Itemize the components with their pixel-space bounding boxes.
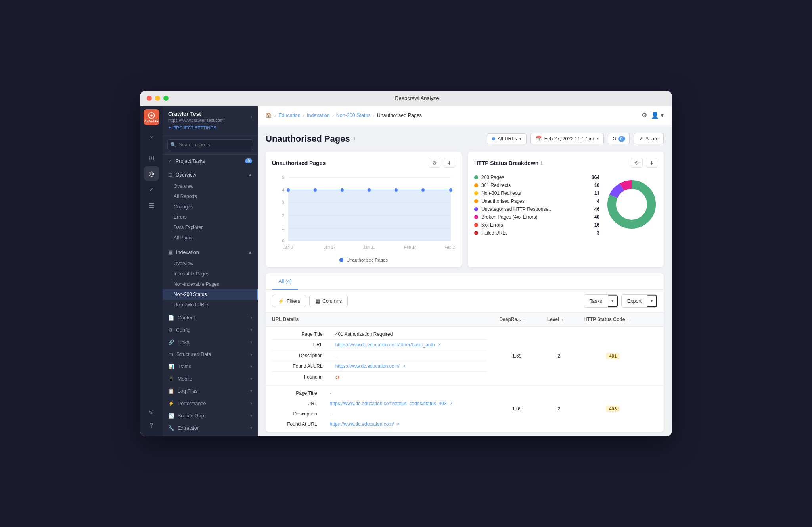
deepra-sort-icon[interactable]: ↑↓ — [523, 318, 527, 322]
rail-question-icon[interactable]: ? — [144, 419, 159, 433]
search-input[interactable] — [167, 139, 253, 150]
row2-url-link[interactable]: https://www.dc.education.com/status_code… — [330, 401, 447, 406]
page-title-info-icon[interactable]: ℹ — [353, 136, 355, 142]
tab-all[interactable]: All (4) — [272, 273, 298, 290]
donut-chart-download-button[interactable]: ⬇ — [646, 158, 657, 168]
row1-ext-link-icon[interactable]: ↗ — [437, 343, 440, 347]
donut-chart-title: HTTP Status Breakdown ℹ — [474, 160, 543, 166]
overview-grid-icon: ⊞ — [168, 172, 172, 178]
mobile-label: Mobile — [178, 376, 192, 382]
breadcrumb-current: Unauthorised Pages — [377, 113, 422, 118]
row2-found-at-link[interactable]: https://www.dc.education.com/ — [330, 421, 394, 427]
export-main-button[interactable]: Export — [622, 295, 647, 307]
breadcrumb-education[interactable]: Education — [278, 113, 301, 118]
sidebar-item-extraction[interactable]: 🔧 Extraction ▾ — [163, 422, 258, 434]
sidebar-item-changes[interactable]: Changes — [163, 202, 258, 212]
rail-chevron-down-icon[interactable]: ⌄ — [144, 128, 159, 142]
minimize-button[interactable] — [155, 96, 160, 101]
close-button[interactable] — [147, 96, 152, 101]
line-chart-svg: 5 4 3 2 1 0 — [272, 173, 455, 253]
rail-chart-icon[interactable]: ◎ — [144, 166, 159, 181]
row2-found-at-ext-icon[interactable]: ↗ — [396, 422, 400, 427]
project-settings-link[interactable]: ✦ PROJECT SETTINGS — [168, 125, 252, 130]
maximize-button[interactable] — [163, 96, 169, 101]
refresh-button[interactable]: ↻ 0 — [608, 133, 630, 144]
row1-found-at-link[interactable]: https://www.dc.education.com/ — [335, 364, 400, 369]
export-split-button[interactable]: Export ▾ — [621, 294, 657, 308]
sidebar-item-mobile[interactable]: 📱 Mobile ▾ — [163, 373, 258, 385]
svg-point-17 — [368, 188, 371, 192]
donut-chart-settings-button[interactable]: ⚙ — [631, 158, 643, 168]
svg-point-18 — [395, 188, 398, 192]
line-chart-download-button[interactable]: ⬇ — [444, 158, 455, 168]
sidebar-item-links[interactable]: 🔗 Links ▾ — [163, 336, 258, 348]
sidebar-item-structured-data[interactable]: 🗃 Structured Data ▾ — [163, 348, 258, 360]
page-header: Unauthorised Pages ℹ All URLs ▾ 📅 Feb 27… — [266, 133, 664, 144]
app-window: Deepcrawl Analyze ANALYZE ⌄ ⊞ ◎ ✓ ☰ ☺ ? — [140, 91, 672, 436]
sidebar-item-indexable-pages[interactable]: Indexable Pages — [163, 269, 258, 279]
rail-check-icon[interactable]: ✓ — [144, 182, 159, 196]
line-chart-settings-button[interactable]: ⚙ — [429, 158, 440, 168]
found-in-label: Found in — [272, 372, 329, 383]
level-sort-icon[interactable]: ↑↓ — [561, 318, 565, 322]
svg-text:Feb 14: Feb 14 — [404, 245, 417, 250]
sidebar-item-non-indexable-pages[interactable]: Non-indexable Pages — [163, 279, 258, 289]
breadcrumb-non-200-status[interactable]: Non-200 Status — [336, 113, 371, 118]
sidebar-item-config[interactable]: ⚙ Config ▾ — [163, 324, 258, 336]
all-urls-dot — [492, 137, 495, 140]
table-row: Page Title - URL https://www.dc.educatio… — [266, 386, 664, 432]
date-dropdown[interactable]: 📅 Feb 27, 2022 11:07pm ▾ — [530, 133, 604, 144]
row1-found-in-icon[interactable]: ⟳ — [335, 374, 340, 381]
rail-grid-icon[interactable]: ⊞ — [144, 150, 159, 165]
tasks-split-button[interactable]: Tasks ▾ — [584, 294, 618, 308]
tasks-arrow-button[interactable]: ▾ — [608, 295, 618, 307]
row1-actions — [649, 327, 664, 386]
sidebar-item-traffic[interactable]: 📊 Traffic ▾ — [163, 360, 258, 373]
donut-info-icon[interactable]: ℹ — [541, 160, 543, 166]
sidebar-item-source-gap[interactable]: 📉 Source Gap ▾ — [163, 410, 258, 422]
share-button[interactable]: ↗ Share — [634, 133, 664, 144]
row2-actions — [649, 386, 664, 432]
filters-button[interactable]: ⚡ Filters — [272, 295, 306, 307]
sidebar-expand-button[interactable]: › — [250, 113, 252, 120]
sidebar-item-performance[interactable]: ⚡ Performance ▾ — [163, 397, 258, 410]
breadcrumb-home-icon[interactable]: 🏠 — [266, 112, 272, 118]
sidebar-item-overview[interactable]: Overview — [163, 181, 258, 191]
svg-point-33 — [618, 190, 645, 218]
sidebar-item-data-explorer[interactable]: Data Explorer — [163, 222, 258, 233]
tasks-main-button[interactable]: Tasks — [584, 295, 608, 307]
sidebar-item-uncrawled-urls[interactable]: Uncrawled URLs — [163, 300, 258, 310]
rail-smile-icon[interactable]: ☺ — [144, 404, 159, 419]
export-arrow-button[interactable]: ▾ — [647, 295, 657, 307]
row1-found-at-ext-icon[interactable]: ↗ — [402, 364, 405, 369]
svg-text:Jan 17: Jan 17 — [324, 245, 335, 250]
columns-button[interactable]: ▦ Columns — [309, 295, 348, 307]
sidebar-item-all-reports[interactable]: All Reports — [163, 191, 258, 202]
row1-url-link[interactable]: https://www.dc.education.com/other/basic… — [335, 342, 435, 348]
breadcrumb-indexation[interactable]: Indexation — [307, 113, 330, 118]
legend-item-failed: Failed URLs 3 — [474, 229, 599, 237]
performance-chevron-icon: ▾ — [250, 401, 252, 406]
sidebar-project-tasks[interactable]: ✓ Project Tasks 0 — [163, 155, 258, 167]
legend-label: Unauthorised Pages — [347, 258, 388, 262]
share-label: Share — [645, 136, 659, 142]
svg-text:Jan 3: Jan 3 — [283, 245, 293, 250]
topbar-gear-icon[interactable]: ⚙ — [642, 112, 647, 119]
http-sort-icon[interactable]: ↑↓ — [627, 318, 631, 322]
topbar-user-icon[interactable]: 👤 ▾ — [651, 112, 664, 119]
sidebar-item-indexation-overview[interactable]: Overview — [163, 258, 258, 269]
overview-section-header[interactable]: ⊞ Overview ▲ — [163, 169, 258, 181]
sidebar-item-non-200-status[interactable]: Non-200 Status — [163, 289, 258, 300]
breadcrumb: 🏠 › Education › Indexation › Non-200 Sta… — [266, 112, 422, 118]
calendar-icon: 📅 — [536, 136, 542, 142]
extraction-chevron-icon: ▾ — [250, 426, 252, 430]
sidebar-item-all-pages[interactable]: All Pages — [163, 233, 258, 243]
indexation-section-header[interactable]: ▣ Indexation ▲ — [163, 246, 258, 258]
rail-doc-icon[interactable]: ☰ — [144, 198, 159, 212]
url-filter-dropdown[interactable]: All URLs ▾ — [487, 133, 527, 144]
row2-ext-link-icon[interactable]: ↗ — [449, 402, 452, 406]
sidebar-item-errors[interactable]: Errors — [163, 212, 258, 222]
sidebar-item-content[interactable]: 📄 Content ▾ — [163, 312, 258, 324]
log-files-icon: 📋 — [168, 388, 174, 394]
sidebar-item-log-files[interactable]: 📋 Log Files ▾ — [163, 385, 258, 397]
